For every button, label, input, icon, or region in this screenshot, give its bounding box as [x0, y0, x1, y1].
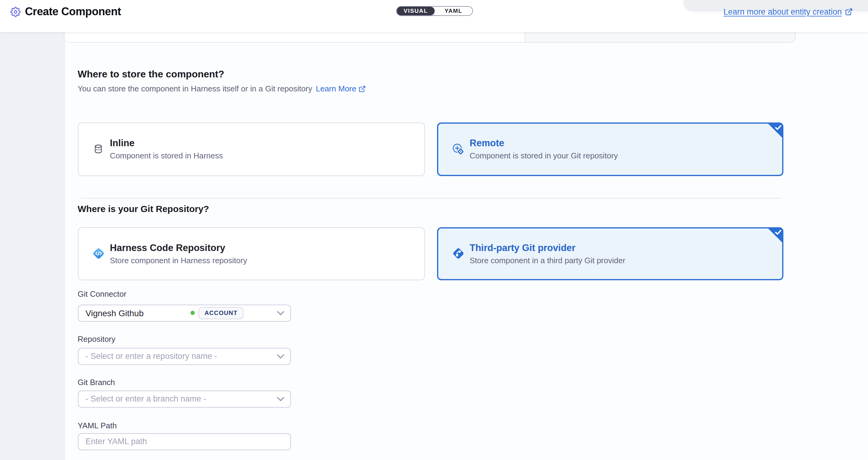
section-separator: [81, 198, 781, 199]
side-panel-bottom: [525, 32, 795, 42]
yaml-path-input[interactable]: [78, 433, 291, 450]
repository-placeholder: - Select or enter a repository name -: [86, 351, 217, 361]
tab-visual[interactable]: VISUAL: [397, 7, 435, 15]
git-branch-label: Git Branch: [78, 378, 115, 387]
scope-badge: ACCOUNT: [198, 307, 244, 319]
card-remote[interactable]: Remote Component is stored in your Git r…: [437, 122, 783, 176]
connector-status-dot: [190, 311, 195, 315]
card-inline-texts: Inline Component is stored in Harness: [110, 137, 223, 161]
card-title: Inline: [110, 137, 223, 149]
card-title: Third-party Git provider: [470, 242, 625, 254]
form-panel-bottom: [64, 32, 525, 42]
card-description: Store component in a third party Git pro…: [470, 256, 625, 266]
svg-text:</>: </>: [96, 148, 101, 151]
repository-label: Repository: [78, 335, 115, 344]
git-section-heading: Where is your Git Repository?: [78, 203, 209, 214]
git-connector-select[interactable]: Vignesh Github ACCOUNT: [78, 304, 291, 321]
tab-yaml[interactable]: YAML: [435, 7, 472, 15]
harness-code-icon: [92, 247, 105, 261]
header-title-group: Create Component: [10, 5, 121, 18]
scrolled-panel-bottom: [64, 32, 796, 43]
chevron-down-icon: [277, 354, 284, 358]
selected-check-corner: [767, 227, 783, 244]
card-description: Component is stored in your Git reposito…: [470, 151, 618, 161]
git-provider-icon: [451, 247, 465, 261]
store-subtitle-text: You can store the component in Harness i…: [78, 84, 312, 93]
chevron-down-icon: [277, 310, 284, 315]
page-title: Create Component: [25, 5, 121, 18]
create-component-page: Create Component VISUAL YAML Learn more …: [0, 0, 868, 460]
page-header: Create Component VISUAL YAML Learn more …: [0, 0, 868, 32]
check-icon: [775, 124, 781, 130]
git-branch-placeholder: - Select or enter a branch name -: [86, 394, 206, 403]
git-branch-select[interactable]: - Select or enter a branch name -: [78, 390, 291, 407]
card-remote-texts: Remote Component is stored in your Git r…: [470, 137, 618, 161]
help-link-label: Learn more about entity creation: [723, 7, 842, 17]
store-section-subtitle: You can store the component in Harness i…: [78, 84, 366, 93]
card-harness-code-texts: Harness Code Repository Store component …: [110, 242, 247, 266]
git-connector-label: Git Connector: [78, 289, 126, 298]
store-section-heading: Where to store the component?: [78, 69, 224, 80]
learn-more-label: Learn More: [316, 84, 356, 93]
card-title: Remote: [470, 137, 618, 149]
card-third-party-texts: Third-party Git provider Store component…: [470, 242, 625, 266]
yaml-path-label: YAML Path: [78, 421, 117, 430]
chevron-down-icon: [277, 396, 284, 401]
inline-store-icon: </>: [92, 142, 105, 156]
external-link-icon: [359, 85, 366, 92]
card-title: Harness Code Repository: [110, 242, 247, 254]
card-description: Component is stored in Harness: [110, 151, 223, 161]
card-inline[interactable]: </> Inline Component is stored in Harnes…: [78, 122, 425, 176]
remote-store-icon: [451, 142, 465, 156]
card-description: Store component in Harness repository: [110, 256, 247, 266]
git-connector-value: Vignesh Github: [86, 308, 144, 318]
selected-check-corner: [767, 122, 783, 139]
repository-select[interactable]: - Select or enter a repository name -: [78, 348, 291, 365]
visual-yaml-toggle: VISUAL YAML: [396, 6, 473, 16]
card-third-party-git[interactable]: Third-party Git provider Store component…: [437, 227, 783, 280]
card-harness-code[interactable]: Harness Code Repository Store component …: [78, 227, 425, 280]
external-link-icon: [845, 8, 853, 16]
gear-icon: [10, 7, 21, 17]
git-option-cards: Harness Code Repository Store component …: [78, 227, 783, 280]
learn-more-entity-creation-link[interactable]: Learn more about entity creation: [723, 7, 853, 17]
store-option-cards: </> Inline Component is stored in Harnes…: [78, 122, 783, 176]
learn-more-link[interactable]: Learn More: [316, 84, 366, 93]
check-icon: [775, 229, 781, 235]
